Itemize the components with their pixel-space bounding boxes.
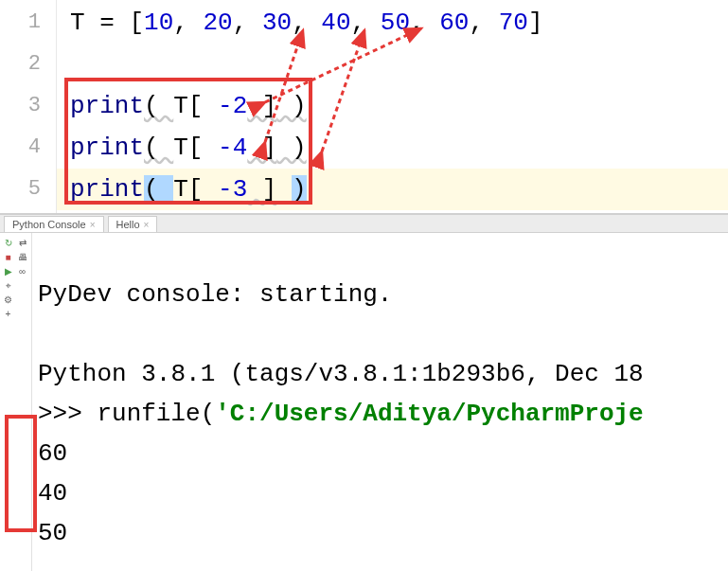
list-number: 40: [321, 9, 350, 37]
function-print: print: [70, 92, 144, 120]
function-print: print: [70, 134, 144, 162]
code-line-3[interactable]: print( T[ -2 ] ): [70, 85, 728, 127]
tab-hello[interactable]: Hello ×: [108, 216, 158, 232]
console-panel: ↻ ⇄ ■ 🖶 ▶ ∞ ⌖ ⚙ + PyDev console: startin…: [0, 233, 728, 571]
list-number: 20: [203, 9, 232, 37]
index-open: T[: [173, 92, 218, 120]
code-line-5-active[interactable]: print( T[ -3 ] ): [57, 169, 728, 210]
play-icon[interactable]: ▶: [2, 265, 14, 277]
plus-icon[interactable]: +: [2, 308, 14, 320]
equals-bracket: = [: [85, 9, 144, 37]
console-prompt: >>>: [38, 400, 97, 428]
index-open: T[: [173, 134, 218, 162]
line-number: 5: [0, 169, 41, 210]
index-value: -4: [218, 134, 247, 162]
console-path-string: 'C:/Users/Aditya/PycharmProje: [215, 400, 643, 428]
rerun-icon[interactable]: ↻: [2, 237, 14, 249]
console-line-start: PyDev console: starting.: [38, 280, 392, 309]
paren-open-matched: (: [144, 175, 173, 204]
console-output-value: 50: [38, 519, 67, 547]
index-close: ]: [247, 92, 276, 120]
index-open: T[: [173, 175, 218, 204]
code-line-4[interactable]: print( T[ -4 ] ): [70, 127, 728, 169]
console-output[interactable]: PyDev console: starting. Python 3.8.1 (t…: [32, 233, 728, 571]
list-number: 10: [144, 9, 173, 37]
code-editor[interactable]: 1 2 3 4 5 T = [10, 20, 30, 40, 50, 60, 7…: [0, 0, 728, 213]
bug-icon[interactable]: ⌖: [2, 279, 14, 292]
gear-icon[interactable]: ⚙: [2, 294, 14, 306]
line-number: 1: [0, 2, 41, 44]
print-icon[interactable]: 🖶: [16, 251, 28, 263]
console-toolbar: ↻ ⇄ ■ 🖶 ▶ ∞ ⌖ ⚙ +: [0, 233, 32, 571]
list-number: 70: [499, 9, 528, 37]
list-number: 50: [381, 9, 410, 37]
close-icon[interactable]: ×: [144, 220, 150, 230]
function-print: print: [70, 175, 144, 204]
console-runfile: runfile(: [97, 400, 215, 428]
variable-name: T: [70, 9, 85, 37]
line-number: 2: [0, 44, 41, 85]
paren-close: ): [276, 134, 306, 162]
code-line-1[interactable]: T = [10, 20, 30, 40, 50, 60, 70]: [70, 2, 728, 44]
line-number: 4: [0, 127, 41, 169]
toggle-icon[interactable]: ⇄: [16, 237, 28, 249]
code-content[interactable]: T = [10, 20, 30, 40, 50, 60, 70] print( …: [57, 0, 728, 213]
index-close: ]: [247, 175, 276, 204]
paren-open: (: [144, 92, 173, 120]
stop-icon[interactable]: ■: [2, 251, 14, 263]
list-number: 60: [439, 9, 469, 37]
close-bracket: ]: [528, 9, 543, 37]
code-line-2[interactable]: [70, 44, 728, 85]
console-tabs: Python Console × Hello ×: [0, 214, 728, 233]
index-value: -2: [218, 92, 247, 120]
tab-label: Hello: [116, 219, 140, 230]
index-value: -3: [218, 175, 247, 204]
console-output-value: 60: [38, 439, 67, 468]
console-output-value: 40: [38, 479, 67, 508]
paren-close: ): [276, 92, 306, 120]
link-icon[interactable]: ∞: [16, 265, 28, 277]
index-close: ]: [247, 134, 276, 162]
line-number: 3: [0, 85, 41, 127]
line-number-gutter: 1 2 3 4 5: [0, 0, 57, 213]
tab-label: Python Console: [12, 219, 86, 230]
list-number: 30: [262, 9, 292, 37]
paren-open: (: [144, 134, 173, 162]
tab-python-console[interactable]: Python Console ×: [4, 216, 104, 232]
console-line-version: Python 3.8.1 (tags/v3.8.1:1b293b6, Dec 1…: [38, 360, 644, 388]
close-icon[interactable]: ×: [90, 220, 96, 230]
